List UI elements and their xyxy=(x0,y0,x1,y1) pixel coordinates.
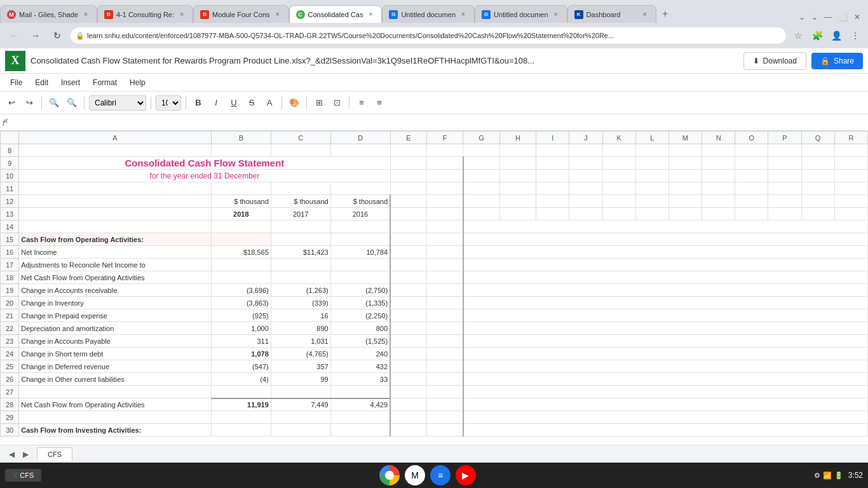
fill-color-button[interactable]: 🎨 xyxy=(287,95,302,111)
col-header-N[interactable]: N xyxy=(702,132,735,144)
cell-15-A[interactable]: Cash Flow from Operating Activities: xyxy=(19,233,212,246)
cell-16-C[interactable]: $11,423 xyxy=(271,246,330,259)
cell-11-J[interactable] xyxy=(569,182,602,195)
col-header-R[interactable]: R xyxy=(834,132,867,144)
cell-11-N[interactable] xyxy=(702,182,735,195)
cell-29-F[interactable] xyxy=(427,411,463,424)
cell-26-A[interactable]: Change in Other current liabilities xyxy=(19,373,212,386)
cell-9-R[interactable] xyxy=(834,157,867,170)
cell-10-Q[interactable] xyxy=(801,170,834,182)
cell-18-F[interactable] xyxy=(427,271,463,284)
col-header-F[interactable]: F xyxy=(427,132,463,144)
col-header-D[interactable]: D xyxy=(330,132,390,144)
text-color-button[interactable]: A xyxy=(262,95,277,111)
cell-8-M[interactable] xyxy=(668,144,702,157)
cell-14-E[interactable] xyxy=(390,220,426,233)
tab-untitled2[interactable]: G Untitled documen × xyxy=(475,5,567,23)
cell-15-D[interactable] xyxy=(330,233,390,246)
borders-button[interactable]: ⊞ xyxy=(311,95,327,111)
cell-21-B[interactable]: (925) xyxy=(211,309,271,322)
cell-23-F[interactable] xyxy=(427,335,463,348)
cell-13-Q[interactable] xyxy=(801,208,834,220)
cell-9-N[interactable] xyxy=(702,157,735,170)
cell-20-C[interactable]: (339) xyxy=(271,297,330,309)
cell-30-B[interactable] xyxy=(211,424,271,437)
cell-27-D[interactable] xyxy=(330,386,390,398)
cell-19-E[interactable] xyxy=(390,284,426,297)
cell-8-K[interactable] xyxy=(602,144,635,157)
cell-13-F[interactable] xyxy=(427,208,463,220)
cell-11-Q[interactable] xyxy=(801,182,834,195)
cell-21-A[interactable]: Change in Prepaid expense xyxy=(19,309,212,322)
cell-23-C[interactable]: 1,031 xyxy=(271,335,330,348)
cell-8-A[interactable] xyxy=(19,144,212,157)
redo-button[interactable]: ↪ xyxy=(22,95,37,111)
cell-9-H[interactable] xyxy=(499,157,536,170)
download-button[interactable]: ⬇ Download xyxy=(743,52,806,70)
cell-10-M[interactable] xyxy=(668,170,702,182)
cell-11-O[interactable] xyxy=(735,182,768,195)
cell-21-C[interactable]: 16 xyxy=(271,309,330,322)
cell-10-L[interactable] xyxy=(635,170,668,182)
cell-10-I[interactable] xyxy=(536,170,569,182)
tab-module[interactable]: D Module Four Cons × xyxy=(193,5,289,23)
cell-27-B[interactable] xyxy=(211,386,271,398)
cell-17-C[interactable] xyxy=(271,259,330,271)
tab-mail-close[interactable]: × xyxy=(81,10,90,19)
col-header-O[interactable]: O xyxy=(735,132,768,144)
cell-12-I[interactable] xyxy=(536,195,569,208)
cell-12-A[interactable] xyxy=(19,195,212,208)
menu-dots-icon[interactable]: ⋮ xyxy=(848,28,863,43)
cell-18-B[interactable] xyxy=(211,271,271,284)
cell-10-R[interactable] xyxy=(834,170,867,182)
cell-9-E[interactable] xyxy=(390,157,426,170)
cell-13-O[interactable] xyxy=(735,208,768,220)
underline-button[interactable]: U xyxy=(226,95,241,111)
cell-9-M[interactable] xyxy=(668,157,702,170)
cell-13-J[interactable] xyxy=(569,208,602,220)
cell-19-D[interactable]: (2,750) xyxy=(330,284,390,297)
cell-30-A[interactable]: Cash Flow from Investing Activities: xyxy=(19,424,212,437)
tab-consolidated-close[interactable]: × xyxy=(366,10,375,19)
cell-12-C[interactable]: $ thousand xyxy=(271,195,330,208)
cell-15-F[interactable] xyxy=(427,233,463,246)
wrap-text-button[interactable]: ≡ xyxy=(354,95,369,111)
col-header-J[interactable]: J xyxy=(569,132,602,144)
col-header-Q[interactable]: Q xyxy=(801,132,834,144)
cell-8-G[interactable] xyxy=(463,144,499,157)
cell-11-L[interactable] xyxy=(635,182,668,195)
col-header-G[interactable]: G xyxy=(463,132,499,144)
forward-button[interactable]: → xyxy=(27,27,44,44)
cell-16-F[interactable] xyxy=(427,246,463,259)
col-header-I[interactable]: I xyxy=(536,132,569,144)
tab-untitled1[interactable]: G Untitled documen × xyxy=(382,5,475,23)
cell-25-D[interactable]: 432 xyxy=(330,360,390,373)
cell-9-P[interactable] xyxy=(768,157,801,170)
cell-29-D[interactable] xyxy=(330,411,390,424)
new-tab-button[interactable]: + xyxy=(656,5,674,23)
tab-consulting-close[interactable]: × xyxy=(177,10,186,19)
cell-22-D[interactable]: 800 xyxy=(330,322,390,335)
cell-27-C[interactable] xyxy=(271,386,330,398)
col-header-H[interactable]: H xyxy=(499,132,536,144)
cell-13-N[interactable] xyxy=(702,208,735,220)
cell-10-J[interactable] xyxy=(569,170,602,182)
cell-12-F[interactable] xyxy=(427,195,463,208)
cell-10-F[interactable] xyxy=(427,170,463,182)
cell-22-F[interactable] xyxy=(427,322,463,335)
cell-15-C[interactable] xyxy=(271,233,330,246)
cell-11-E[interactable] xyxy=(390,182,426,195)
cell-13-B[interactable]: 2018 xyxy=(211,208,271,220)
cell-29-A[interactable] xyxy=(19,411,212,424)
cell-10-E[interactable] xyxy=(390,170,426,182)
cell-8-O[interactable] xyxy=(735,144,768,157)
cell-17-B[interactable] xyxy=(211,259,271,271)
window-minimize[interactable]: — xyxy=(822,11,834,23)
undo-button[interactable]: ↩ xyxy=(4,95,19,111)
cell-30-E[interactable] xyxy=(390,424,426,437)
cell-12-N[interactable] xyxy=(702,195,735,208)
cell-20-F[interactable] xyxy=(427,297,463,309)
col-header-C[interactable]: C xyxy=(271,132,330,144)
cell-25-C[interactable]: 357 xyxy=(271,360,330,373)
tab-module-close[interactable]: × xyxy=(273,10,282,19)
